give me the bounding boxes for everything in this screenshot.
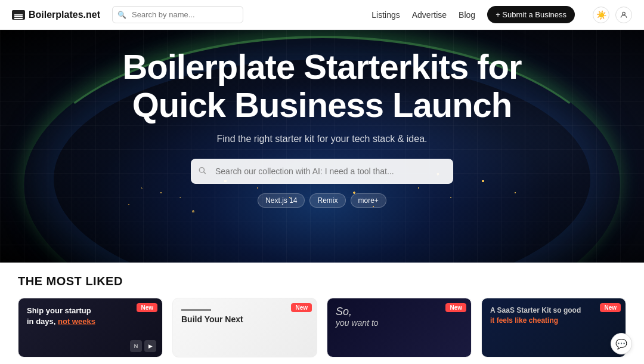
chat-button[interactable]: 💬 [611, 333, 632, 354]
hero-search-icon [198, 166, 206, 176]
below-hero-section: THE MOST LIKED New Ship your startup in … [0, 263, 644, 364]
navbar-search-container: 🔍 [112, 6, 243, 23]
mini-logo-next: N [130, 340, 142, 352]
card-1-line1: Ship your startup [27, 306, 154, 316]
hero-tags: Next.js 14 Remix more+ [258, 193, 386, 208]
search-icon: 🔍 [117, 11, 126, 19]
nav-advertise[interactable]: Advertise [412, 10, 447, 20]
mini-logo-arrow: ▶ [144, 340, 156, 352]
hero-title: Boilerplate Starterkits for Quick Busine… [113, 48, 531, 124]
card-3[interactable]: New So, you want to [327, 298, 472, 357]
tag-nextjs[interactable]: Next.js 14 [258, 193, 305, 208]
tag-more[interactable]: more+ [351, 193, 386, 208]
card-2-domain: ▬▬▬▬▬ [181, 306, 308, 312]
hero-search-container [191, 159, 453, 184]
logo-text: Boilerplates.net [29, 10, 100, 20]
theme-toggle-button[interactable]: ☀️ [593, 7, 609, 23]
navbar-icon-group: ☀️ [593, 7, 632, 23]
site-logo[interactable]: Boilerplates.net [12, 10, 100, 20]
search-input[interactable] [112, 6, 243, 23]
nav-blog[interactable]: Blog [459, 10, 475, 20]
logo-icon [12, 10, 25, 20]
card-2-line1: Build Your Next [181, 314, 308, 324]
tag-remix[interactable]: Remix [309, 193, 345, 208]
hero-section: Boilerplate Starterkits for Quick Busine… [0, 30, 644, 263]
cards-row: New Ship your startup in days, not weeks… [18, 298, 626, 357]
card-2[interactable]: New ▬▬▬▬▬ Build Your Next [172, 298, 317, 357]
card-1-badge: New [137, 303, 157, 312]
nav-listings[interactable]: Listings [371, 10, 400, 20]
hero-content: Boilerplate Starterkits for Quick Busine… [0, 30, 644, 208]
hero-search-input[interactable] [191, 159, 453, 184]
card-1-line2: in days, not weeks [27, 316, 154, 327]
card-2-badge: New [291, 303, 312, 312]
card-4[interactable]: New A SaaS Starter Kit so good it feels … [481, 298, 626, 357]
hero-subtitle: Find the right starter kit for your tech… [216, 134, 427, 144]
user-menu-button[interactable] [615, 7, 632, 23]
card-1-logos: N ▶ [130, 340, 156, 352]
card-4-badge: New [600, 303, 621, 312]
svg-line-2 [204, 172, 206, 174]
card-3-so: So, [336, 306, 463, 318]
card-3-badge: New [445, 303, 466, 312]
svg-point-0 [623, 12, 626, 15]
card-4-line1: A SaaS Starter Kit so good [490, 306, 617, 316]
navbar-links: Listings Advertise Blog + Submit a Busin… [371, 6, 632, 23]
navbar: Boilerplates.net 🔍 Listings Advertise Bl… [0, 0, 644, 30]
submit-business-button[interactable]: + Submit a Business [487, 6, 575, 23]
svg-point-1 [199, 167, 204, 172]
card-3-line2: you want to [336, 318, 463, 328]
card-4-line2: it feels like cheating [490, 316, 617, 326]
most-liked-title: THE MOST LIKED [18, 274, 626, 288]
card-1[interactable]: New Ship your startup in days, not weeks… [18, 298, 163, 357]
